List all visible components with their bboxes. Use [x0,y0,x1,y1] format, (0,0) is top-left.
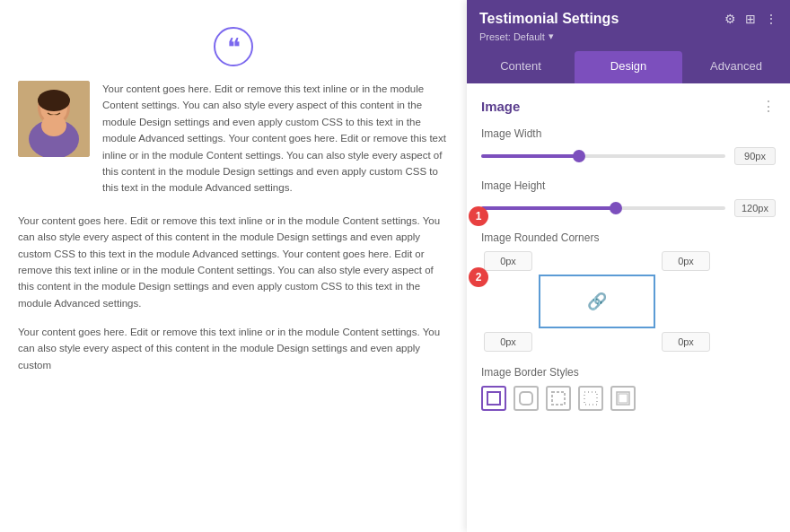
image-width-fill [481,154,579,158]
image-section-header: Image ⋮ [481,98,776,115]
panel-preset[interactable]: Preset: Default ▾ [479,31,777,42]
image-width-field: Image Width 90px [481,127,776,165]
panel-header: Testimonial Settings ⚙ ⊞ ⋮ Preset: Defau… [467,0,790,51]
border-dashed-btn[interactable] [546,386,571,411]
corner-tl-input[interactable] [484,251,532,271]
image-height-thumb[interactable] [610,202,622,214]
tab-content[interactable]: Content [467,51,575,83]
image-height-value[interactable]: 120px [734,199,776,217]
corner-bl-input[interactable] [484,332,532,352]
border-icons-row [481,386,776,411]
image-width-track [481,154,725,158]
image-height-slider-row: 120px [481,199,776,217]
image-width-value[interactable]: 90px [734,147,776,165]
svg-point-7 [41,115,66,136]
image-width-thumb[interactable] [573,150,585,162]
panel-title: Testimonial Settings [479,11,619,27]
svg-point-5 [38,90,70,111]
panel-body: Image ⋮ Image Width 90px 1 Image Height [467,83,790,532]
more-icon[interactable]: ⋮ [765,12,777,26]
link-icon[interactable]: 🔗 [587,292,607,311]
border-double-btn[interactable] [610,386,636,411]
testimonial-block-3: Your content goes here. Edit or remove t… [18,324,449,373]
testimonial-text-1: Your content goes here. Edit or remove t… [102,81,449,196]
step-badge-2: 2 [469,267,488,287]
panel-tabs: Content Design Advanced [467,51,790,83]
corner-rect: 🔗 [539,275,655,328]
image-height-fill [481,206,616,210]
svg-rect-10 [552,392,565,405]
tab-design[interactable]: Design [575,51,682,83]
image-height-track [481,206,725,210]
settings-panel: Testimonial Settings ⚙ ⊞ ⋮ Preset: Defau… [467,0,790,532]
testimonial-text-3: Your content goes here. Edit or remove t… [18,324,449,373]
quote-icon: ❝ [214,27,253,66]
content-area: ❝ Your content goes here. Edit or remove… [0,0,467,532]
step-badge-1: 1 [469,206,488,226]
border-styles-label: Image Border Styles [481,366,776,379]
panel-title-row: Testimonial Settings ⚙ ⊞ ⋮ [479,11,777,27]
image-height-slider[interactable] [481,206,725,210]
testimonial-text-2: Your content goes here. Edit or remove t… [18,213,449,311]
border-rounded-btn[interactable] [514,386,539,411]
image-height-field: 1 Image Height 120px [481,179,776,217]
corner-tr-input[interactable] [662,251,710,271]
corner-br-input[interactable] [662,332,710,352]
svg-rect-8 [487,392,500,405]
image-section-title: Image [481,99,520,114]
image-width-slider[interactable] [481,154,725,158]
settings-icon[interactable]: ⚙ [724,12,736,26]
border-solid-btn[interactable] [481,386,506,411]
testimonial-block-2: Your content goes here. Edit or remove t… [18,213,449,311]
image-section-more[interactable]: ⋮ [761,98,776,115]
corner-inputs-grid: 🔗 [481,251,776,352]
svg-rect-13 [619,394,628,403]
border-dotted-btn[interactable] [578,386,603,411]
svg-rect-9 [520,392,532,405]
tab-advanced[interactable]: Advanced [682,51,790,83]
image-height-label: Image Height [481,179,776,192]
rounded-corners-label: Image Rounded Corners [481,231,776,244]
testimonial-block-1: Your content goes here. Edit or remove t… [18,81,449,196]
panel-title-icons: ⚙ ⊞ ⋮ [724,12,777,26]
grid-icon[interactable]: ⊞ [745,12,756,26]
svg-rect-11 [584,392,597,405]
border-styles-section: Image Border Styles [481,366,776,411]
rounded-corners-section: 2 Image Rounded Corners 🔗 [481,231,776,352]
image-width-slider-row: 90px [481,147,776,165]
avatar [18,81,90,157]
image-width-label: Image Width [481,127,776,140]
